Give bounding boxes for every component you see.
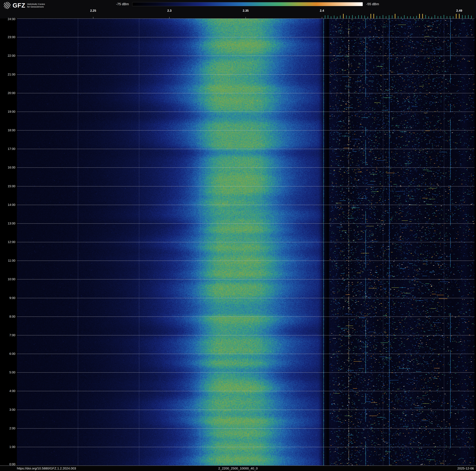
spectrum-marker-tick [337,17,338,18]
spectrum-marker-tick [383,15,383,18]
freq-axis-label: 2.3 [167,9,171,12]
spectrum-marker-tick [392,15,392,18]
time-axis-label: 10:00 [8,277,15,281]
spectrum-marker-tick [389,15,389,18]
spectrum-marker-tick [380,16,380,18]
spectrum-marker-tick [453,16,453,18]
time-axis-label: 21:00 [8,72,15,76]
spectrum-marker-tick [407,16,408,18]
spectrum-marker-tick [401,17,402,18]
date-label: 2025-12-06 [458,467,474,470]
time-axis-label: 6:00 [9,352,15,356]
gfz-logo-icon [4,2,11,9]
doi-link[interactable]: https://doi.org/10.5880/GFZ.1.2.2024.003 [17,467,76,470]
spectrum-marker-tick [419,14,420,18]
spectrum-marker-tick [340,16,340,18]
spectrum-marker-tick [435,15,435,18]
time-axis-label: 18:00 [8,128,15,132]
spectrum-marker-tick [447,16,447,18]
spectrum-marker-tick [395,14,395,18]
time-axis-label: 16:00 [8,166,15,169]
spectrum-marker-tick [374,14,374,18]
spectrum-marker-tick [334,16,334,18]
time-axis-label: 7:00 [9,333,15,337]
spectrum-marker-tick [352,15,353,18]
spectrum-marker-tick [328,15,328,18]
spectrum-marker-tick [438,16,438,18]
spectrum-marker-tick [331,16,331,18]
freq-axis-label: 2.4 [320,9,324,12]
time-axis-label: 11:00 [8,259,15,262]
spectrum-marker-tick [377,16,377,18]
brand-subtitle-line2: for Geosciences [27,5,45,8]
brand-subtitle-line1: Helmholtz Centre [27,3,45,5]
time-axis-label: 24:00 [8,17,15,21]
time-axis-label: 22:00 [8,54,15,57]
time-axis-label: 2:00 [9,426,15,430]
time-axis-label: 9:00 [9,296,15,300]
brand-name: GFZ [13,2,25,9]
spectrum-marker-tick [386,16,386,18]
time-axis-label: 4:00 [9,389,15,393]
time-axis-label: 8:00 [9,315,15,318]
spectrum-marker-tick [413,17,414,18]
time-axis: 24:0023:0022:0021:0020:0019:0018:0017:00… [0,18,17,466]
spectrum-marker-tick [444,15,444,18]
dataset-id: 2_2200_2500_10000_40_0 [218,467,258,470]
time-axis-label: 13:00 [8,221,15,225]
spectrum-marker-tick [428,16,429,18]
spectrum-marker-tick [459,14,459,18]
time-axis-label: 14:00 [8,203,15,206]
spectrum-marker-tick [441,16,441,18]
spectrum-marker-tick [358,15,359,18]
colorbar-group: -75 dBm -55 dBm [116,2,379,6]
time-axis-label: 15:00 [8,184,15,188]
ism-channel-marker-ticks [17,13,475,18]
spectrogram-plot [17,18,475,466]
frequency-axis: 2.252.32.352.42.49 [17,9,475,13]
spectrum-marker-tick [456,14,457,18]
time-axis-label: 17:00 [8,147,15,151]
time-axis-label: 20:00 [8,91,15,95]
spectrum-marker-tick [371,14,371,18]
spectrum-marker-tick [325,15,325,18]
colorbar-max-label: -55 dBm [366,2,379,6]
spectrum-marker-tick [343,14,344,18]
spectrum-marker-tick [367,17,368,18]
spectrum-marker-tick [416,16,417,18]
time-axis-label: 19:00 [8,110,15,113]
header-bar: GFZ Helmholtz Centre for Geosciences -75… [0,0,476,18]
colorbar-min-label: -75 dBm [116,2,129,6]
spectrum-marker-tick [404,15,405,18]
time-axis-label: 12:00 [8,240,15,244]
time-axis-label: 23:00 [8,35,15,39]
footer-bar: https://doi.org/10.5880/GFZ.1.2.2024.003… [0,466,476,471]
spectrum-marker-tick [422,14,423,18]
spectrum-marker-tick [355,16,356,18]
spectrum-marker-tick [462,15,462,18]
spectrum-marker-tick [450,16,450,18]
spectrogram-canvas [17,18,475,466]
spectrum-marker-tick [349,16,350,18]
freq-axis-label: 2.49 [456,9,462,12]
brand-subtitle: Helmholtz Centre for Geosciences [27,3,45,8]
spectrum-marker-tick [468,15,469,18]
spectrum-marker-tick [398,16,398,18]
freq-axis-label: 2.35 [243,9,249,12]
spectrum-marker-tick [361,15,362,18]
spectrum-marker-tick [410,16,411,18]
spectrum-marker-tick [471,16,472,18]
spectrum-marker-tick [346,15,347,18]
freq-axis-label: 2.25 [90,9,96,12]
colorbar-gradient [132,2,363,6]
gfz-logo: GFZ Helmholtz Centre for Geosciences [4,2,45,9]
time-axis-label: 5:00 [9,371,15,374]
time-axis-label: 3:00 [9,408,15,411]
spectrum-marker-tick [425,15,426,18]
spectrum-marker-tick [431,17,432,18]
time-axis-label: 1:00 [9,445,15,449]
spectrum-marker-tick [465,15,466,18]
spectrum-marker-tick [364,16,365,18]
